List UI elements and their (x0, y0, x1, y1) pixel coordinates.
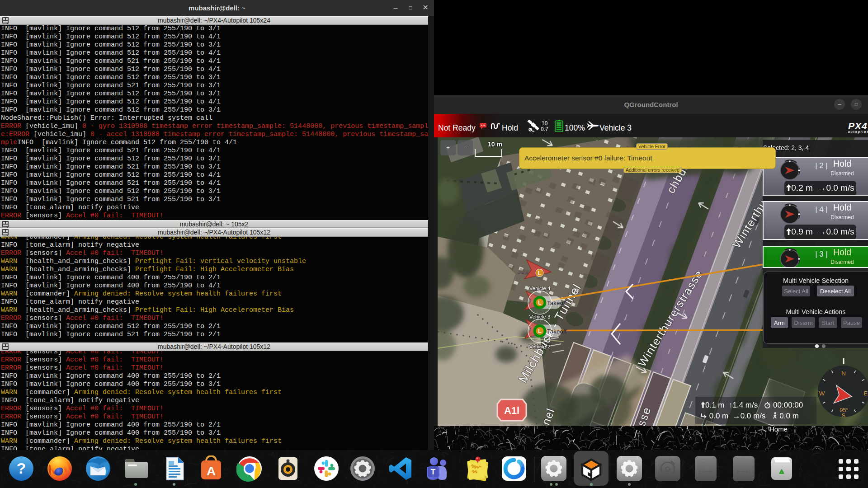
svg-text:T: T (431, 468, 436, 476)
svg-text:L: L (538, 270, 541, 277)
svg-text:E: E (863, 390, 868, 397)
svg-text:SSD: SSD (736, 470, 751, 478)
svg-text:SSD: SSD (698, 470, 713, 478)
svg-text:Vehicle 4: Vehicle 4 (529, 286, 551, 291)
svg-text:A1l: A1l (504, 405, 519, 416)
svg-text:W: W (819, 390, 825, 397)
svg-text:N: N (841, 370, 846, 377)
svg-text:Vehicle 3: Vehicle 3 (529, 314, 551, 319)
svg-text:A: A (207, 464, 216, 478)
svg-text:L: L (538, 300, 541, 306)
svg-text:L: L (538, 328, 541, 334)
svg-text:?: ? (17, 460, 26, 477)
svg-text:Takeoff: Takeoff (547, 300, 567, 306)
svg-text:Vehicle 2: Vehicle 2 (529, 344, 551, 349)
svg-text:95°: 95° (840, 407, 849, 413)
svg-text:Takeoff: Takeoff (547, 328, 567, 335)
